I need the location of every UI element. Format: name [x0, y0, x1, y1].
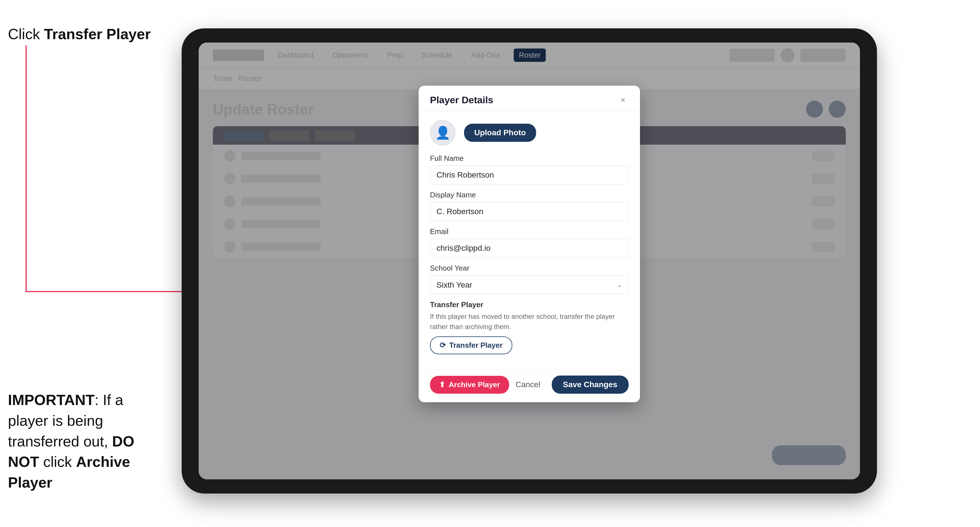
email-label: Email [430, 227, 628, 236]
modal-close-button[interactable]: × [617, 94, 628, 105]
player-details-modal: Player Details × 👤 Upload Photo [418, 86, 640, 402]
transfer-description: If this player has moved to another scho… [430, 311, 628, 332]
modal-body: 👤 Upload Photo Full Name Display Name [418, 111, 640, 370]
photo-section: 👤 Upload Photo [430, 120, 628, 146]
full-name-input[interactable] [430, 166, 628, 184]
display-name-label: Display Name [430, 190, 628, 199]
instruction-bold: Transfer Player [44, 26, 151, 42]
instruction-important: IMPORTANT [8, 392, 94, 408]
school-year-label: School Year [430, 264, 628, 273]
save-changes-button[interactable]: Save Changes [552, 376, 628, 394]
transfer-player-button[interactable]: ⟳ Transfer Player [430, 337, 512, 354]
upload-photo-button[interactable]: Upload Photo [464, 124, 536, 142]
email-group: Email [430, 227, 628, 257]
archive-player-button[interactable]: ⬆ Archive Player [430, 376, 509, 394]
school-year-select[interactable]: First Year Second Year Third Year Fourth… [430, 275, 628, 294]
display-name-input[interactable] [430, 202, 628, 221]
footer-right-actions: Cancel Save Changes [510, 376, 628, 394]
email-input[interactable] [430, 239, 628, 257]
user-icon: 👤 [435, 125, 451, 140]
ipad-device: Dashboard Opponents Prep Schedule Add-On… [181, 29, 877, 494]
archive-icon: ⬆ [439, 380, 445, 389]
school-year-select-wrapper: First Year Second Year Third Year Fourth… [430, 275, 628, 294]
full-name-label: Full Name [430, 154, 628, 163]
modal-footer: ⬆ Archive Player Cancel Save Changes [418, 370, 640, 402]
display-name-group: Display Name [430, 190, 628, 221]
archive-btn-label: Archive Player [449, 380, 500, 389]
instruction-prefix: Click [8, 26, 44, 42]
school-year-group: School Year First Year Second Year Third… [430, 264, 628, 294]
transfer-btn-label: Transfer Player [449, 341, 503, 350]
transfer-section-label: Transfer Player [430, 300, 628, 309]
transfer-icon: ⟳ [440, 341, 446, 350]
cancel-button[interactable]: Cancel [510, 376, 546, 393]
instruction-click: click [39, 454, 76, 470]
app-background: Dashboard Opponents Prep Schedule Add-On… [199, 43, 860, 479]
modal-overlay: Player Details × 👤 Upload Photo [199, 43, 860, 479]
modal-title: Player Details [430, 94, 493, 105]
modal-header: Player Details × [418, 86, 640, 111]
transfer-player-section: Transfer Player If this player has moved… [430, 300, 628, 354]
full-name-group: Full Name [430, 154, 628, 184]
instruction-top: Click Transfer Player [8, 25, 151, 43]
instruction-bottom: IMPORTANT: If a player is being transfer… [8, 390, 167, 493]
arrow-vertical [25, 45, 27, 292]
ipad-screen: Dashboard Opponents Prep Schedule Add-On… [199, 43, 860, 479]
avatar-placeholder: 👤 [430, 120, 455, 146]
